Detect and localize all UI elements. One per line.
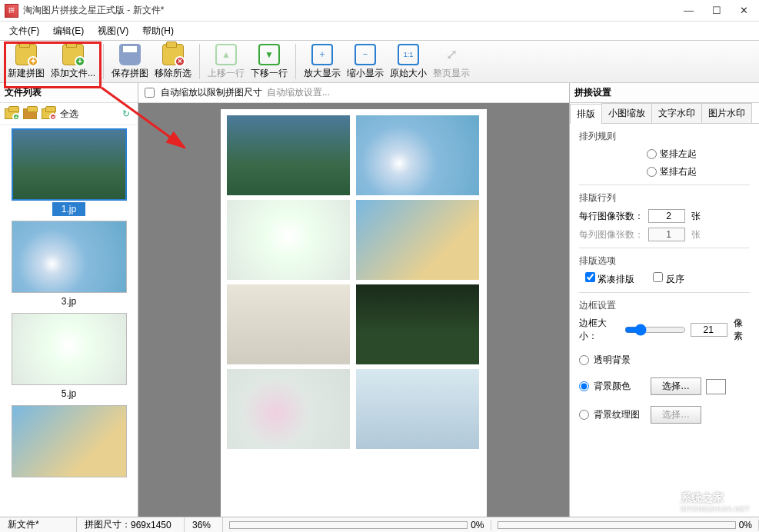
file-thumbnail xyxy=(12,221,127,293)
collage-image[interactable] xyxy=(227,369,350,449)
file-thumbnail xyxy=(12,128,127,201)
close-button[interactable]: ✕ xyxy=(740,5,748,16)
menu-file[interactable]: 文件(F) xyxy=(3,23,45,39)
auto-scale-settings-link[interactable]: 自动缩放设置... xyxy=(267,86,330,99)
tab-text-watermark[interactable]: 文字水印 xyxy=(651,103,702,123)
file-item[interactable] xyxy=(3,405,135,488)
border-settings-label: 边框设置 xyxy=(579,299,750,312)
per-col-label: 每列图像张数： xyxy=(579,228,644,241)
choose-color-button[interactable]: 选择… xyxy=(651,377,701,395)
status-dims: 拼图尺寸：969x1450 xyxy=(77,517,185,532)
status-doc: 新文件* xyxy=(0,517,77,532)
clear-list-button[interactable]: ↻ xyxy=(118,106,135,121)
canvas-options-bar: 自动缩放以限制拼图尺寸 自动缩放设置... xyxy=(138,83,569,103)
menu-view[interactable]: 视图(V) xyxy=(92,23,135,39)
status-progress-2: 0% xyxy=(491,520,760,530)
collage-image[interactable] xyxy=(356,115,479,195)
main-toolbar: ✦ 新建拼图 + 添加文件... 保存拼图 × 移除所选 ▲ 上移一行 ▼ 下移… xyxy=(0,40,759,83)
auto-scale-label: 自动缩放以限制拼图尺寸 xyxy=(161,86,262,99)
file-name xyxy=(60,483,78,486)
status-progress-1: 0% xyxy=(223,520,491,530)
collage-image[interactable] xyxy=(356,284,479,364)
file-name: 5.jp xyxy=(52,387,85,401)
vright-radio[interactable] xyxy=(647,167,657,177)
compact-option[interactable]: 紧凑排版 xyxy=(585,272,634,286)
menu-bar: 文件(F) 编辑(E) 视图(V) 帮助(H) xyxy=(0,22,759,40)
per-col-input xyxy=(648,228,685,241)
choose-texture-button: 选择… xyxy=(651,406,701,424)
file-name: 3.jp xyxy=(52,294,85,308)
remove-selected-button[interactable]: × 移除所选 xyxy=(151,42,195,81)
compact-checkbox[interactable] xyxy=(585,272,595,282)
collage-image[interactable] xyxy=(356,200,479,280)
border-size-slider[interactable] xyxy=(624,324,686,336)
rowcol-label: 排版行列 xyxy=(579,191,750,204)
zoom-out-button[interactable]: － 缩小显示 xyxy=(344,42,387,81)
settings-tabs: 排版 小图缩放 文字水印 图片水印 xyxy=(570,103,759,124)
layout-options-label: 排版选项 xyxy=(579,254,750,268)
status-bar: 新文件* 拼图尺寸：969x1450 36% 0% 0% xyxy=(0,517,759,532)
canvas-panel: 自动缩放以限制拼图尺寸 自动缩放设置... xyxy=(138,83,570,517)
color-swatch xyxy=(706,379,726,394)
collage-image[interactable] xyxy=(227,115,350,195)
collage-image[interactable] xyxy=(356,369,479,449)
zoom-in-button[interactable]: ＋ 放大显示 xyxy=(301,42,344,81)
per-row-label: 每行图像张数： xyxy=(579,210,644,223)
watermark: 系统之家 SITONGZHIJIA.NET xyxy=(650,490,750,514)
tab-layout[interactable]: 排版 xyxy=(570,104,602,124)
fit-page-button[interactable]: ⤢ 整页显示 xyxy=(430,42,473,81)
add-files-button[interactable]: + 添加文件... xyxy=(48,42,98,81)
border-size-label: 边框大小： xyxy=(579,317,620,343)
file-name: 1.jp xyxy=(52,202,85,216)
canvas-viewport[interactable] xyxy=(138,103,569,517)
file-list-toolbar: + × 全选 ↻ xyxy=(0,103,138,125)
file-thumbnail xyxy=(12,313,127,385)
file-item[interactable]: 5.jp xyxy=(3,313,135,401)
add-folder-mini-button[interactable] xyxy=(22,106,38,121)
tab-image-watermark[interactable]: 图片水印 xyxy=(701,103,752,123)
add-file-mini-button[interactable]: + xyxy=(3,106,20,121)
save-collage-button[interactable]: 保存拼图 xyxy=(108,42,151,81)
reverse-option[interactable]: 反序 xyxy=(653,272,684,286)
arrange-rule-label: 排列规则 xyxy=(579,130,750,143)
file-item[interactable]: 1.jp xyxy=(3,128,135,216)
status-zoom: 36% xyxy=(185,517,223,532)
reverse-checkbox[interactable] xyxy=(653,272,663,282)
window-title: 淘淘图片拼接之星正式版 - 新文件* xyxy=(23,4,684,17)
menu-help[interactable]: 帮助(H) xyxy=(136,23,180,39)
maximize-button[interactable]: ☐ xyxy=(712,5,721,16)
vleft-radio[interactable] xyxy=(647,149,657,159)
tab-thumb-scale[interactable]: 小图缩放 xyxy=(601,103,652,123)
collage-image[interactable] xyxy=(227,200,350,280)
per-row-input[interactable] xyxy=(648,209,685,223)
move-up-button[interactable]: ▲ 上移一行 xyxy=(205,42,248,81)
file-item[interactable]: 3.jp xyxy=(3,221,135,308)
zoom-100-button[interactable]: 1:1 原始大小 xyxy=(387,42,430,81)
collage-canvas[interactable] xyxy=(221,109,487,517)
new-collage-button[interactable]: ✦ 新建拼图 xyxy=(5,42,48,81)
border-size-input[interactable] xyxy=(691,323,727,337)
title-bar: 拼 淘淘图片拼接之星正式版 - 新文件* — ☐ ✕ xyxy=(0,0,759,22)
remove-mini-button[interactable]: × xyxy=(40,106,57,121)
collage-image[interactable] xyxy=(227,284,350,364)
minimize-button[interactable]: — xyxy=(684,5,694,16)
file-list-panel: 文件列表 + × 全选 ↻ 1.jp 3.jp 5.jp xyxy=(0,83,138,517)
move-down-button[interactable]: ▼ 下移一行 xyxy=(248,42,291,81)
settings-panel: 拼接设置 排版 小图缩放 文字水印 图片水印 排列规则 竖排左起 竖排右起 排版… xyxy=(570,83,759,517)
select-all-link[interactable]: 全选 xyxy=(60,108,78,121)
transparent-bg-radio[interactable] xyxy=(579,355,589,365)
settings-header: 拼接设置 xyxy=(570,83,759,103)
bgtexture-radio[interactable] xyxy=(579,410,589,420)
app-icon: 拼 xyxy=(5,4,18,18)
file-list[interactable]: 1.jp 3.jp 5.jp xyxy=(0,125,138,517)
auto-scale-checkbox[interactable] xyxy=(145,88,155,98)
file-thumbnail xyxy=(12,405,127,477)
file-list-header: 文件列表 xyxy=(0,83,138,103)
bgcolor-radio[interactable] xyxy=(579,381,589,391)
menu-edit[interactable]: 编辑(E) xyxy=(47,23,90,39)
